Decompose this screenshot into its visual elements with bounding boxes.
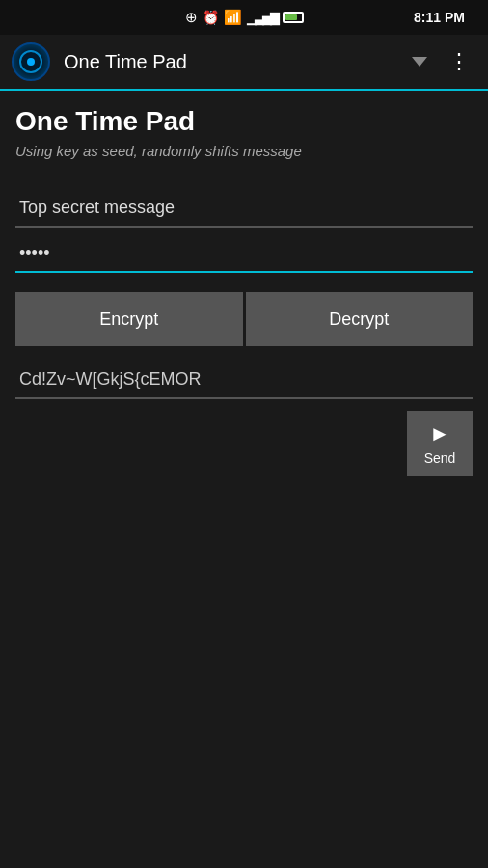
wifi-icon: 📶: [224, 9, 242, 26]
password-input[interactable]: [15, 235, 473, 273]
encrypt-button[interactable]: Encrypt: [15, 292, 243, 346]
battery-icon: [283, 12, 304, 23]
location-icon: ⊕: [185, 9, 198, 26]
output-container: [15, 362, 473, 399]
dropdown-indicator: [412, 57, 427, 67]
message-input[interactable]: [15, 190, 473, 228]
signal-icon: ▁▃▅▇: [247, 11, 278, 25]
status-bar: ⊕ ⏰ 📶 ▁▃▅▇ 8:11 PM: [0, 0, 488, 35]
output-input[interactable]: [15, 362, 473, 399]
page-title: One Time Pad: [15, 106, 473, 137]
send-arrow-icon: ►: [429, 421, 450, 447]
page-subtitle: Using key as seed, randomly shifts messa…: [15, 143, 473, 159]
send-button[interactable]: ► Send: [407, 411, 473, 476]
send-button-container: ► Send: [15, 411, 473, 476]
app-icon-inner: [19, 50, 42, 73]
password-input-container: [15, 235, 473, 273]
overflow-menu-button[interactable]: ⋮: [441, 45, 476, 78]
status-icons: ⊕ ⏰ 📶 ▁▃▅▇: [185, 9, 304, 26]
app-bar: One Time Pad ⋮: [0, 35, 488, 91]
decrypt-button[interactable]: Decrypt: [246, 292, 474, 346]
action-buttons-row: Encrypt Decrypt: [15, 292, 473, 346]
main-content: One Time Pad Using key as seed, randomly…: [0, 91, 488, 492]
status-time: 8:11 PM: [414, 10, 465, 25]
message-input-container: [15, 190, 473, 228]
alarm-icon: ⏰: [203, 10, 219, 25]
app-bar-title: One Time Pad: [64, 51, 394, 73]
send-label: Send: [424, 450, 456, 466]
app-icon: [12, 42, 50, 81]
